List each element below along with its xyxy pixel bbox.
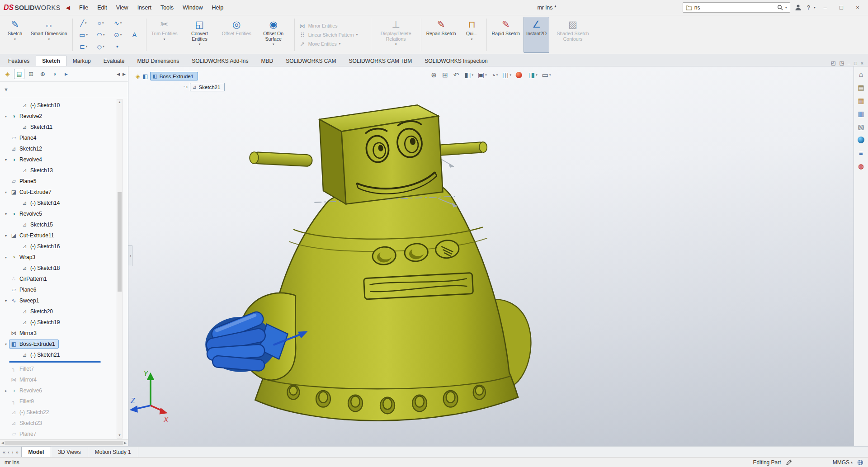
tree-item[interactable]: ⊿ (-) Sketch18 bbox=[0, 263, 116, 274]
dropdown-caret-icon[interactable]: ▾ bbox=[103, 45, 104, 48]
commandmanager-tab[interactable]: MBD bbox=[255, 56, 280, 66]
dropdown-caret-icon[interactable]: ▾ bbox=[395, 42, 397, 46]
arc-tool[interactable]: ◠▾ bbox=[92, 29, 109, 41]
design-library-icon[interactable]: ▦ bbox=[858, 97, 864, 104]
dropdown-caret-icon[interactable]: ▾ bbox=[471, 37, 473, 41]
search-caret-icon[interactable]: ▾ bbox=[785, 5, 787, 9]
maximize-button[interactable]: □ bbox=[835, 2, 848, 14]
move-entities-button[interactable]: ↗ Move Entities ▾ bbox=[297, 40, 368, 48]
menu-item[interactable]: Window bbox=[178, 3, 207, 13]
undock-pane-icon[interactable]: ◰ bbox=[831, 60, 835, 66]
menu-item[interactable]: File bbox=[75, 3, 93, 13]
rapid-sketch-button[interactable]: ✎ Rapid Sketch bbox=[489, 17, 523, 53]
commandmanager-tab[interactable]: Features bbox=[2, 56, 36, 66]
tree-item[interactable]: ╮ Fillet7 bbox=[0, 363, 116, 374]
tree-item[interactable]: ⊿ Sketch20 bbox=[0, 306, 116, 317]
panel-tabs-left-icon[interactable]: ◀ bbox=[117, 72, 120, 76]
linear-sketch-pattern-button[interactable]: ⠿ Linear Sketch Pattern ▾ bbox=[297, 31, 368, 39]
quick-snaps-button[interactable]: ⊓ Qui... ▾ bbox=[460, 17, 484, 53]
tree-item[interactable]: ▾ ◑ Revolve5 bbox=[0, 208, 116, 219]
flyout-feature-icon[interactable]: ◈ bbox=[136, 73, 140, 80]
dropdown-caret-icon[interactable]: ▾ bbox=[120, 33, 122, 37]
ellipse-tool[interactable]: ⊙▾ bbox=[109, 29, 127, 41]
tree-item[interactable]: ▱ Plane7 bbox=[0, 429, 116, 439]
scrollbar-thumb[interactable] bbox=[118, 192, 122, 292]
commandmanager-tab[interactable]: Evaluate bbox=[97, 56, 131, 66]
blank-cell[interactable] bbox=[127, 17, 144, 29]
tree-item[interactable]: ▱ Plane6 bbox=[0, 284, 116, 295]
dropdown-caret-icon[interactable]: ▾ bbox=[86, 33, 88, 37]
tree-item[interactable]: ▾ ◑ Revolve2 bbox=[0, 111, 116, 122]
scroll-right-icon[interactable]: ▶ bbox=[124, 441, 127, 445]
study-tab[interactable]: Motion Study 1 bbox=[88, 447, 138, 457]
menu-item[interactable]: View bbox=[112, 3, 133, 13]
dimxpertmanager-tab[interactable]: ⊕ bbox=[38, 69, 48, 79]
expand-arrow-icon[interactable]: ▾ bbox=[3, 114, 9, 118]
robot-model-canvas[interactable]: Y Z X bbox=[128, 66, 854, 446]
propertymanager-tab[interactable]: ▤ bbox=[14, 69, 24, 79]
dock-pane-icon[interactable]: ◳ bbox=[839, 60, 844, 66]
menu-item[interactable]: Tools bbox=[156, 3, 178, 13]
featuremanager-design-tree-tab[interactable]: ◈ bbox=[2, 69, 13, 79]
view-settings-icon[interactable]: ▭▾ bbox=[541, 70, 552, 80]
expand-arrow-icon[interactable]: ▾ bbox=[3, 212, 9, 216]
tree-item[interactable]: ⋈ Mirror3 bbox=[0, 328, 116, 339]
menu-item[interactable]: Help bbox=[208, 3, 228, 13]
commandmanager-tab[interactable]: SOLIDWORKS CAM TBM bbox=[343, 56, 419, 66]
restore-pane-icon[interactable]: □ bbox=[854, 61, 857, 66]
offset-on-surface-button[interactable]: ◉ Offset On Surface ▾ bbox=[255, 17, 292, 53]
apply-scene-icon[interactable]: ◨▾ bbox=[527, 70, 539, 80]
tab-scroll-icon[interactable]: ‹ bbox=[8, 449, 9, 455]
tree-item[interactable]: ▾ ◧ Boss-Extrude1 bbox=[0, 339, 116, 349]
commandmanager-tab[interactable]: Sketch bbox=[36, 56, 66, 66]
displaymanager-tab[interactable]: ◑ bbox=[49, 69, 60, 79]
custom-properties-icon[interactable]: ≡ bbox=[859, 150, 863, 156]
part-icon[interactable]: ◧ bbox=[142, 73, 148, 80]
mirror-entities-button[interactable]: ⋈ Mirror Entities bbox=[297, 22, 368, 30]
tree-item[interactable]: ▱ Plane5 bbox=[0, 176, 116, 187]
zoom-to-area-icon[interactable]: ⊞ bbox=[441, 70, 450, 80]
tree-item[interactable]: ⊿ (-) Sketch19 bbox=[0, 317, 116, 328]
scroll-up-icon[interactable]: ▲ bbox=[118, 99, 121, 105]
tree-vertical-scrollbar[interactable]: ▲ ▼ bbox=[117, 99, 123, 439]
configurationmanager-tab[interactable]: ⊞ bbox=[26, 69, 36, 79]
panel-tabs-right-icon[interactable]: ▶ bbox=[123, 72, 126, 76]
line-tool[interactable]: ╱▾ bbox=[75, 17, 92, 29]
previous-view-icon[interactable]: ↶ bbox=[452, 70, 462, 80]
tree-item[interactable]: ▾ ◔ Wrap3 bbox=[0, 252, 116, 263]
study-tab[interactable]: 3D Views bbox=[51, 447, 88, 457]
commandmanager-tab[interactable]: SOLIDWORKS Inspection bbox=[418, 56, 494, 66]
blank-cell-2[interactable] bbox=[127, 41, 144, 52]
tree-item[interactable]: ⋈ Mirror4 bbox=[0, 374, 116, 385]
help-caret-icon[interactable]: ▾ bbox=[814, 5, 816, 9]
expand-arrow-icon[interactable]: ▸ bbox=[3, 389, 9, 393]
text-tool[interactable]: A bbox=[127, 29, 144, 41]
close-pane-icon[interactable]: × bbox=[861, 61, 863, 66]
tree-item[interactable] bbox=[0, 360, 116, 363]
scroll-left-icon[interactable]: ◀ bbox=[1, 441, 4, 445]
view-orientation-icon[interactable]: ▣▾ bbox=[476, 70, 488, 80]
web-globe-icon[interactable] bbox=[857, 459, 863, 466]
expand-arrow-icon[interactable]: ▾ bbox=[3, 342, 9, 346]
solidworks-resources-icon[interactable]: ▤ bbox=[858, 84, 864, 91]
sketch-button[interactable]: ✎ Sketch ▾ bbox=[3, 17, 27, 53]
tree-item[interactable]: ⊿ (-) Sketch14 bbox=[0, 198, 116, 208]
dropdown-caret-icon[interactable]: ▾ bbox=[120, 21, 122, 25]
annotation-pencil-icon[interactable] bbox=[786, 459, 792, 466]
appearances-scenes-icon[interactable] bbox=[858, 137, 864, 143]
expand-arrow-icon[interactable]: ▾ bbox=[3, 158, 9, 162]
commandmanager-tab[interactable]: SOLIDWORKS Add-Ins bbox=[185, 56, 255, 66]
tree-horizontal-scrollbar[interactable]: ◀ ▶ bbox=[0, 439, 128, 446]
instant2d-button[interactable]: ∠ Instant2D bbox=[524, 17, 549, 53]
tree-item[interactable]: ▾ ◪ Cut-Extrude7 bbox=[0, 187, 116, 198]
trim-entities-button[interactable]: ✂ Trim Entities ▾ bbox=[149, 17, 180, 53]
user-account-icon[interactable] bbox=[793, 4, 803, 11]
close-button[interactable]: × bbox=[851, 2, 864, 14]
repair-sketch-button[interactable]: ✎ Repair Sketch bbox=[424, 17, 459, 53]
menu-item[interactable]: Edit bbox=[93, 3, 112, 13]
home-icon[interactable]: ⌂ bbox=[859, 71, 863, 78]
minimize-button[interactable]: – bbox=[818, 2, 832, 14]
display-style-icon[interactable]: ◔▾ bbox=[490, 71, 500, 80]
breadcrumb-sketch-chip[interactable]: ⊿ Sketch21 bbox=[190, 83, 225, 91]
shaded-sketch-contours-button[interactable]: ▨ Shaded Sketch Contours bbox=[550, 17, 595, 53]
